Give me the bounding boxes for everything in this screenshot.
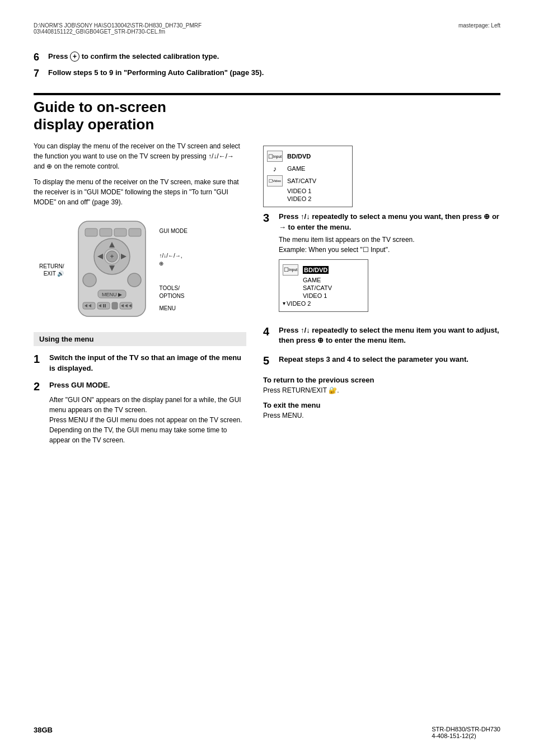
step-1-num: 1 xyxy=(34,353,45,365)
menu-bottom-row-video1: VIDEO 1 xyxy=(283,292,362,299)
step-2-num: 2 xyxy=(34,380,45,393)
svg-point-14 xyxy=(128,273,141,287)
exit-heading: To exit the menu xyxy=(263,401,500,409)
remote-svg: + MENU ▶ xyxy=(67,218,157,319)
svg-rect-4 xyxy=(129,228,141,236)
svg-rect-24 xyxy=(103,304,104,307)
return-heading: To return to the previous screen xyxy=(263,376,500,384)
menu-row-video1: VIDEO 1 xyxy=(267,188,346,194)
music-icon: ♪ xyxy=(267,163,283,174)
bd-dvd-text: BD/DVD xyxy=(287,153,311,160)
gui-mode-label: GUI MODE xyxy=(159,227,188,235)
step-5-header: 5 Repeat steps 3 and 4 to select the par… xyxy=(263,354,500,367)
step-1: 1 Switch the input of the TV so that an … xyxy=(34,353,246,373)
exit-body: Press MENU. xyxy=(263,410,500,421)
down-arrow-icon: ▾ xyxy=(283,300,285,306)
step-3: 3 Press ↑/↓ repeatedly to select a menu … xyxy=(263,212,500,316)
step-3-header: 3 Press ↑/↓ repeatedly to select a menu … xyxy=(263,212,500,232)
step-6: 6 Press + to confirm the selected calibr… xyxy=(34,52,500,63)
menu-box-top: ☐Input BD/DVD ♪ GAME ☐Video SAT/CATV VID… xyxy=(263,146,353,207)
header-left: D:\NORM'S JOB\SONY HA\SO130042\STR-DH830… xyxy=(34,22,202,35)
intro-para-2: To display the menu of the receiver on t… xyxy=(34,177,246,207)
using-menu-heading: Using the menu xyxy=(34,332,246,346)
menu-row-video2: VIDEO 2 xyxy=(267,195,346,202)
step-7: 7 Follow steps 5 to 9 in "Performing Aut… xyxy=(34,68,500,80)
right-column: ☐Input BD/DVD ♪ GAME ☐Video SAT/CATV VID… xyxy=(263,141,500,451)
step-3-title: Press ↑/↓ repeatedly to select a menu yo… xyxy=(279,212,500,232)
video1-text: VIDEO 1 xyxy=(287,188,311,194)
steps-top-section: 6 Press + to confirm the selected calibr… xyxy=(34,52,500,80)
svg-rect-1 xyxy=(85,228,97,236)
remote-right-labels: GUI MODE ↑/↓/←/→,⊕ TOOLS/OPTIONS MENU xyxy=(159,227,188,312)
step-5-num: 5 xyxy=(263,354,274,367)
step-4-title: Press ↑/↓ repeatedly to select the menu … xyxy=(279,325,500,346)
step-7-text: Follow steps 5 to 9 in "Performing Auto … xyxy=(48,68,264,78)
svg-text:+: + xyxy=(110,253,114,260)
step-6-number: 6 xyxy=(34,52,44,63)
footer: 38GB STR-DH830/STR-DH730 4-408-151-12(2) xyxy=(34,726,500,739)
left-column: You can display the menu of the receiver… xyxy=(34,141,246,451)
menu-label: MENU xyxy=(159,305,188,312)
step-7-number: 7 xyxy=(34,68,44,80)
two-col-layout: You can display the menu of the receiver… xyxy=(34,141,500,451)
bd-dvd-highlighted: BD/DVD xyxy=(303,266,329,274)
menu-bottom-row-input: ☐Input BD/DVD xyxy=(283,264,362,276)
step-5-title: Repeat steps 3 and 4 to select the param… xyxy=(279,354,469,365)
step-1-header: 1 Switch the input of the TV so that an … xyxy=(34,353,246,373)
menu-row-video-icon: ☐Video SAT/CATV xyxy=(267,175,346,186)
step-4-header: 4 Press ↑/↓ repeatedly to select the men… xyxy=(263,325,500,346)
step-2-header: 2 Press GUI MODE. xyxy=(34,380,246,393)
step-4: 4 Press ↑/↓ repeatedly to select the men… xyxy=(263,325,500,346)
remote-diagram: RETURN/EXIT 🔊 xyxy=(39,218,246,321)
remote-svg-wrap: + MENU ▶ xyxy=(67,218,157,321)
step-3-body: The menu item list appears on the TV scr… xyxy=(279,235,500,255)
game-text: GAME xyxy=(287,165,305,172)
header-meta: D:\NORM'S JOB\SONY HA\SO130042\STR-DH830… xyxy=(34,22,500,35)
video1-text-2: VIDEO 1 xyxy=(303,292,327,299)
video2-text: VIDEO 2 xyxy=(287,195,311,202)
step-1-title: Switch the input of the TV so that an im… xyxy=(49,353,246,373)
svg-point-13 xyxy=(83,273,96,287)
tools-options-label: TOOLS/OPTIONS xyxy=(159,284,188,300)
menu-row-music: ♪ GAME xyxy=(267,163,346,174)
model-info: STR-DH830/STR-DH730 xyxy=(432,726,500,732)
game-text-2: GAME xyxy=(303,277,321,283)
intro-para-1: You can display the menu of the receiver… xyxy=(34,141,246,171)
step-2: 2 Press GUI MODE. After "GUI ON" appears… xyxy=(34,380,246,445)
svg-rect-3 xyxy=(114,228,127,236)
code-info: 4-408-151-12(2) xyxy=(432,732,500,739)
return-exit-label: RETURN/EXIT 🔊 xyxy=(39,263,64,277)
svg-rect-19 xyxy=(112,302,118,309)
page-number: 38GB xyxy=(34,726,53,739)
step-2-title: Press GUI MODE. xyxy=(49,380,110,390)
section-title: Guide to on-screendisplay operation xyxy=(34,93,500,133)
step-4-num: 4 xyxy=(263,325,274,338)
footer-right: STR-DH830/STR-DH730 4-408-151-12(2) xyxy=(432,726,500,739)
svg-rect-25 xyxy=(105,304,106,307)
menu-row-input: ☐Input BD/DVD xyxy=(267,151,346,162)
return-body: Press RETURN/EXIT 🔐. xyxy=(263,385,500,395)
video-icon: ☐Video xyxy=(267,175,283,186)
video2-text-2: VIDEO 2 xyxy=(287,300,311,307)
menu-bottom-row-video2: ▾ VIDEO 2 xyxy=(283,300,362,307)
svg-text:MENU ▶: MENU ▶ xyxy=(102,292,122,297)
menu-bottom-row-satcatv: SAT/CATV xyxy=(283,284,362,291)
step-5: 5 Repeat steps 3 and 4 to select the par… xyxy=(263,354,500,367)
step-3-num: 3 xyxy=(263,212,274,224)
header-right: masterpage: Left xyxy=(458,22,500,35)
input-icon-2: ☐Input xyxy=(283,264,298,276)
svg-rect-2 xyxy=(100,228,112,236)
input-icon: ☐Input xyxy=(267,151,283,162)
menu-box-bottom: ☐Input BD/DVD GAME SAT/CATV VIDEO 1 ▾ VI xyxy=(279,259,368,312)
step-6-text: Press + to confirm the selected calibrat… xyxy=(48,52,219,62)
menu-bottom-row-game: GAME xyxy=(283,277,362,283)
satcatv-text-2: SAT/CATV xyxy=(303,284,332,291)
step-2-body: After "GUI ON" appears on the display pa… xyxy=(49,395,246,445)
arrows-label: ↑/↓/←/→,⊕ xyxy=(159,252,188,268)
satcatv-text: SAT/CATV xyxy=(287,178,316,184)
